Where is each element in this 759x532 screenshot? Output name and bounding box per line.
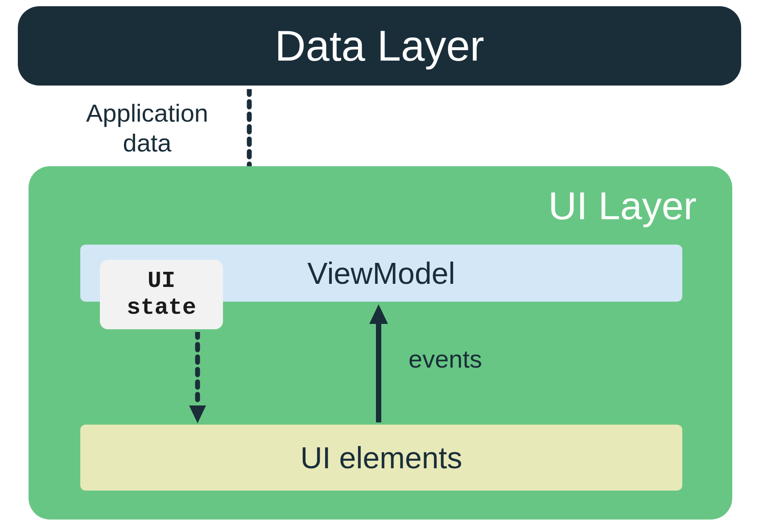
- arrow-down-dotted-short-icon: [186, 332, 209, 423]
- ui-elements-box: UI elements: [80, 425, 682, 491]
- data-layer-box: Data Layer: [18, 6, 741, 86]
- viewmodel-label: ViewModel: [307, 256, 455, 291]
- svg-marker-3: [189, 405, 206, 423]
- events-label: events: [408, 344, 482, 373]
- data-layer-title: Data Layer: [275, 21, 484, 70]
- ui-layer-title: UI Layer: [548, 183, 697, 229]
- application-data-label: Application data: [71, 98, 223, 158]
- ui-elements-label: UI elements: [301, 440, 462, 475]
- svg-marker-5: [369, 304, 388, 324]
- ui-state-box: UI state: [100, 260, 223, 329]
- ui-layer-container: UI Layer ViewModel UI state events UI el…: [29, 166, 732, 520]
- ui-state-label: UI state: [127, 268, 196, 321]
- arrow-up-solid-icon: [367, 304, 390, 422]
